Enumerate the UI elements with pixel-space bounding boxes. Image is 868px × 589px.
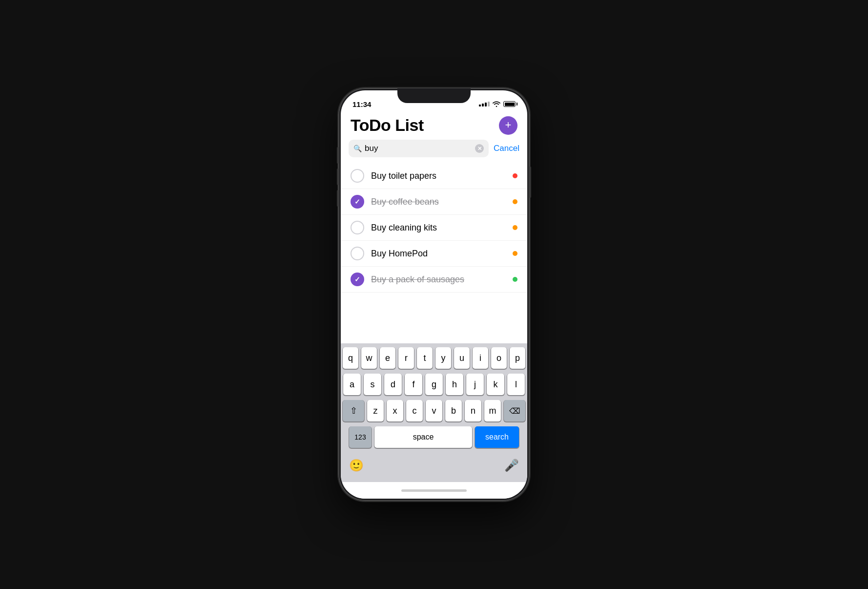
- keyboard-row-2: asdfghjkl: [343, 374, 525, 395]
- key-h[interactable]: h: [446, 374, 463, 395]
- key-s[interactable]: s: [364, 374, 381, 395]
- priority-dot: [513, 251, 517, 256]
- key-v[interactable]: v: [426, 400, 442, 421]
- signal-icon: [479, 102, 490, 106]
- todo-item[interactable]: ✓Buy coffee beans: [341, 189, 527, 215]
- key-z[interactable]: z: [367, 400, 384, 421]
- keyboard-icons-row: 🙂 🎤: [343, 453, 525, 480]
- notch: [397, 88, 471, 103]
- key-x[interactable]: x: [387, 400, 403, 421]
- space-key[interactable]: space: [374, 426, 472, 448]
- priority-dot: [513, 225, 517, 230]
- key-n[interactable]: n: [465, 400, 481, 421]
- todo-list: Buy toilet papers✓Buy coffee beansBuy cl…: [341, 161, 527, 343]
- key-c[interactable]: c: [406, 400, 423, 421]
- home-indicator: [341, 482, 527, 499]
- status-icons: [479, 101, 516, 107]
- todo-text: Buy cleaning kits: [371, 223, 506, 233]
- clear-icon: ✕: [477, 146, 482, 151]
- key-g[interactable]: g: [425, 374, 443, 395]
- todo-item[interactable]: ✓Buy a pack of sausages: [341, 267, 527, 293]
- key-q[interactable]: q: [343, 347, 358, 369]
- emoji-key[interactable]: 🙂: [346, 455, 367, 476]
- key-b[interactable]: b: [445, 400, 462, 421]
- search-input[interactable]: [365, 144, 472, 153]
- status-time: 11:34: [352, 100, 371, 108]
- todo-text: Buy toilet papers: [371, 171, 506, 181]
- todo-item[interactable]: Buy cleaning kits: [341, 215, 527, 241]
- todo-checkbox[interactable]: ✓: [351, 195, 364, 209]
- app-header: ToDo List +: [341, 112, 527, 135]
- todo-text: Buy HomePod: [371, 249, 506, 259]
- search-cancel-button[interactable]: Cancel: [494, 144, 519, 153]
- key-a[interactable]: a: [343, 374, 361, 395]
- key-f[interactable]: f: [405, 374, 422, 395]
- search-bar-container: 🔍 ✕ Cancel: [341, 135, 527, 161]
- app-content: ToDo List + 🔍 ✕ Cancel Buy toilet papers: [341, 112, 527, 343]
- battery-icon: [503, 101, 516, 107]
- todo-checkbox[interactable]: [351, 221, 364, 234]
- key-t[interactable]: t: [417, 347, 433, 369]
- microphone-key[interactable]: 🎤: [501, 455, 522, 476]
- add-todo-button[interactable]: +: [499, 116, 517, 135]
- keyboard-row-1: qwertyuiop: [343, 347, 525, 369]
- todo-item[interactable]: Buy HomePod: [341, 241, 527, 267]
- key-u[interactable]: u: [454, 347, 470, 369]
- todo-text: Buy coffee beans: [371, 197, 506, 207]
- key-r[interactable]: r: [398, 347, 414, 369]
- search-key[interactable]: search: [475, 426, 519, 448]
- search-mag-icon: 🔍: [353, 145, 362, 152]
- numbers-key[interactable]: 123: [349, 426, 372, 448]
- keyboard-bottom-row: 123 space search: [343, 426, 525, 448]
- priority-dot: [513, 277, 517, 282]
- key-e[interactable]: e: [380, 347, 395, 369]
- priority-dot: [513, 173, 517, 178]
- todo-checkbox[interactable]: [351, 169, 364, 183]
- wifi-icon: [493, 101, 500, 107]
- key-w[interactable]: w: [361, 347, 377, 369]
- home-bar: [401, 489, 467, 492]
- todo-text: Buy a pack of sausages: [371, 274, 506, 285]
- key-i[interactable]: i: [473, 347, 488, 369]
- key-k[interactable]: k: [487, 374, 504, 395]
- phone-screen: 11:34 ToDo: [341, 90, 527, 499]
- keyboard: qwertyuiop asdfghjkl ⇧ zxcvbnm ⌫ 123 spa…: [341, 343, 527, 482]
- shift-key[interactable]: ⇧: [343, 400, 364, 421]
- priority-dot: [513, 199, 517, 204]
- todo-item[interactable]: Buy toilet papers: [341, 163, 527, 189]
- plus-icon: +: [505, 120, 512, 130]
- search-input-wrapper: 🔍 ✕: [349, 140, 489, 157]
- key-m[interactable]: m: [484, 400, 501, 421]
- key-l[interactable]: l: [507, 374, 525, 395]
- key-y[interactable]: y: [435, 347, 451, 369]
- search-clear-button[interactable]: ✕: [475, 144, 484, 153]
- keyboard-row-3: ⇧ zxcvbnm ⌫: [343, 400, 525, 421]
- todo-checkbox[interactable]: ✓: [351, 273, 364, 286]
- delete-key[interactable]: ⌫: [504, 400, 525, 421]
- key-j[interactable]: j: [466, 374, 484, 395]
- key-o[interactable]: o: [491, 347, 507, 369]
- key-p[interactable]: p: [510, 347, 525, 369]
- phone-frame: 11:34 ToDo: [339, 88, 529, 501]
- app-title: ToDo List: [351, 116, 424, 135]
- key-d[interactable]: d: [384, 374, 402, 395]
- todo-checkbox[interactable]: [351, 247, 364, 260]
